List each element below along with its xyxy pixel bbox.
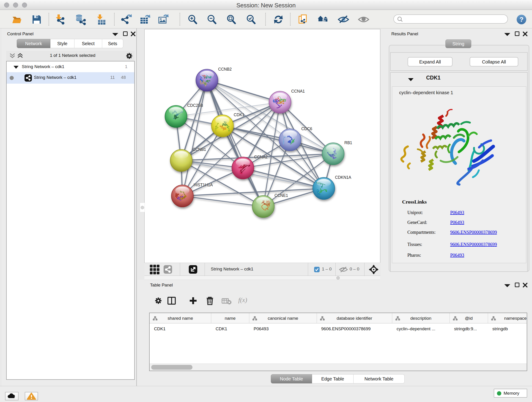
svg-text:CCNE1: CCNE1: [274, 193, 288, 198]
svg-text:CCNB1: CCNB1: [192, 147, 206, 152]
svg-text:CDC25B: CDC25B: [187, 103, 203, 108]
svg-text:CDKN1A: CDKN1A: [335, 175, 351, 180]
svg-text:CDK1: CDK1: [234, 113, 244, 117]
svg-text:CCNA2: CCNA2: [254, 155, 268, 159]
svg-text:CDC6: CDC6: [301, 127, 312, 131]
svg-text:CCNB2: CCNB2: [218, 67, 232, 71]
svg-text:HIST1H1A: HIST1H1A: [194, 183, 213, 187]
svg-text:RB1: RB1: [344, 140, 352, 145]
svg-text:CCNA1: CCNA1: [291, 89, 305, 94]
